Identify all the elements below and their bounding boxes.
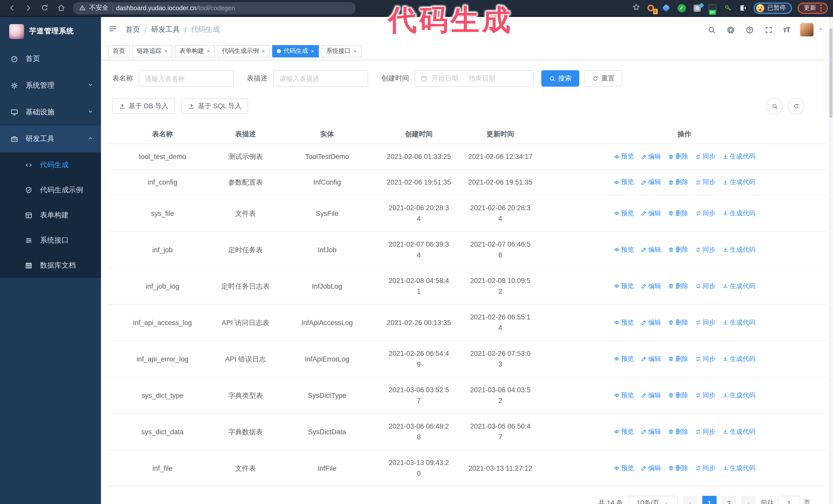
generate-link[interactable]: 生成代码 [722,426,755,437]
close-icon[interactable]: × [164,48,168,54]
close-icon[interactable]: × [353,48,357,54]
preview-link[interactable]: 预览 [613,390,634,401]
edit-link[interactable]: 编辑 [641,208,661,219]
sync-link[interactable]: 同步 [695,390,715,401]
logo[interactable]: 芋道管理系统 [0,17,101,46]
fullscreen-icon[interactable] [764,25,773,34]
bookmark-star-icon[interactable] [632,3,640,13]
preview-link[interactable]: 预览 [613,151,634,162]
edit-link[interactable]: 编辑 [641,151,661,162]
close-icon[interactable]: × [207,48,210,54]
sidebar-item-8[interactable]: 数据库文档 [0,253,101,278]
generate-link[interactable]: 生成代码 [722,177,755,188]
tab-0[interactable]: 首页 [108,45,130,57]
goto-page-input[interactable] [778,496,800,504]
sync-link[interactable]: 同步 [695,244,715,255]
delete-link[interactable]: 删除 [668,151,688,162]
generate-link[interactable]: 生成代码 [722,390,755,401]
sync-link[interactable]: 同步 [695,354,715,364]
edit-link[interactable]: 编辑 [641,317,661,328]
sidebar-item-1[interactable]: 系统管理 [0,72,101,99]
close-icon[interactable]: × [261,48,265,54]
page-size-select[interactable]: 10条/页 [628,496,678,504]
preview-link[interactable]: 预览 [613,354,634,364]
browser-home-button[interactable] [54,1,68,15]
scrollbar-thumb[interactable] [829,28,832,118]
browser-reload-button[interactable] [38,1,51,15]
delete-link[interactable]: 删除 [668,390,688,401]
edit-link[interactable]: 编辑 [641,463,661,474]
prev-page-button[interactable]: ‹ [683,496,697,504]
close-icon[interactable]: × [311,48,314,54]
user-menu[interactable] [800,23,824,37]
tab-3[interactable]: 代码生成示例× [217,45,270,57]
search-button[interactable]: 搜索 [541,70,579,87]
preview-link[interactable]: 预览 [613,317,634,328]
sync-link[interactable]: 同步 [695,151,715,162]
refresh-table-button[interactable] [788,98,804,114]
extension-icon-2[interactable] [661,3,671,13]
extension-icon-1[interactable]: 1 [646,3,656,13]
sync-link[interactable]: 同步 [695,317,715,328]
breadcrumb-home[interactable]: 首页 [125,25,140,34]
tab-2[interactable]: 表单构建× [175,45,215,57]
edit-link[interactable]: 编辑 [641,426,661,437]
sync-link[interactable]: 同步 [695,426,715,437]
extension-icon-4[interactable] [692,3,702,13]
browser-forward-button[interactable] [22,1,35,15]
preview-link[interactable]: 预览 [613,244,634,255]
generate-link[interactable]: 生成代码 [722,208,755,219]
generate-link[interactable]: 生成代码 [722,151,755,162]
extension-icon-6[interactable] [723,3,733,13]
extension-icon-5[interactable]: on [708,3,717,13]
extensions-puzzle-icon[interactable] [738,3,748,13]
preview-link[interactable]: 预览 [613,463,634,474]
profile-paused-chip[interactable]: 已暂停 [754,2,792,14]
edit-link[interactable]: 编辑 [641,354,661,364]
extension-icon-3[interactable]: ✓ [677,3,686,13]
browser-update-button[interactable]: 更新 [798,2,828,14]
generate-link[interactable]: 生成代码 [722,317,755,328]
preview-link[interactable]: 预览 [613,426,634,437]
tab-4[interactable]: 代码生成× [272,45,319,57]
preview-link[interactable]: 预览 [613,208,634,219]
delete-link[interactable]: 删除 [668,317,688,328]
toggle-search-button[interactable] [766,98,783,114]
page-button-2[interactable]: 2 [722,496,736,504]
address-bar[interactable]: 不安全 dashboard.yudao.iocoder.cn/tool/code… [73,2,356,14]
edit-link[interactable]: 编辑 [641,177,661,188]
sidebar-item-7[interactable]: 系统接口 [0,227,101,253]
delete-link[interactable]: 删除 [668,463,688,474]
delete-link[interactable]: 删除 [668,244,688,255]
table-desc-input[interactable] [273,70,368,87]
tab-1[interactable]: 链路追踪× [132,45,172,57]
sidebar-item-2[interactable]: 基础设施 [0,99,101,126]
generate-link[interactable]: 生成代码 [722,463,755,474]
generate-link[interactable]: 生成代码 [722,244,755,255]
delete-link[interactable]: 删除 [668,426,688,437]
tab-5[interactable]: 系统接口× [322,45,361,57]
search-icon[interactable] [707,25,716,34]
preview-link[interactable]: 预览 [613,177,634,188]
sidebar-item-3[interactable]: 研发工具 [0,126,101,152]
sidebar-item-5[interactable]: 代码生成示例 [0,177,101,202]
page-button-1[interactable]: 1 [702,496,717,504]
delete-link[interactable]: 删除 [668,208,688,219]
next-page-button[interactable]: › [741,496,756,504]
import-sql-button[interactable]: 基于 SQL 导入 [182,98,248,114]
sync-link[interactable]: 同步 [695,177,715,188]
preview-link[interactable]: 预览 [613,281,634,291]
generate-link[interactable]: 生成代码 [722,281,755,291]
breadcrumb-dev-tools[interactable]: 研发工具 [151,25,180,34]
sidebar-item-4[interactable]: 代码生成 [0,152,101,177]
delete-link[interactable]: 删除 [668,177,688,188]
delete-link[interactable]: 删除 [668,354,688,364]
font-size-icon[interactable]: тT [783,26,790,34]
generate-link[interactable]: 生成代码 [722,354,755,364]
sync-link[interactable]: 同步 [695,281,715,291]
edit-link[interactable]: 编辑 [641,281,661,291]
delete-link[interactable]: 删除 [668,281,688,291]
edit-link[interactable]: 编辑 [641,390,661,401]
table-name-input[interactable] [139,70,234,87]
reset-button[interactable]: 重置 [585,70,622,87]
